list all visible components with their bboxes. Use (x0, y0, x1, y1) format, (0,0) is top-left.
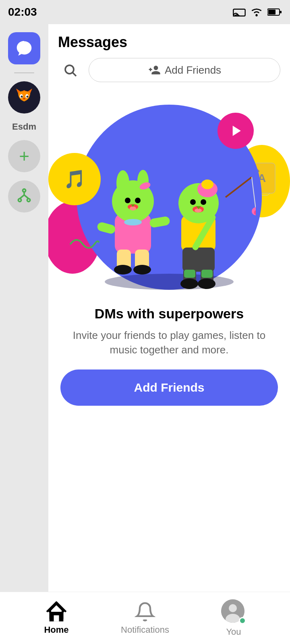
svg-point-49 (198, 279, 215, 289)
fox-icon (12, 85, 36, 109)
status-icons (233, 7, 282, 17)
svg-point-41 (190, 199, 196, 205)
promo-description: Invite your friends to play games, liste… (60, 328, 278, 357)
online-status-dot (239, 617, 246, 624)
squiggle-decoration (68, 234, 101, 258)
music-decoration: 🎵 (48, 153, 101, 205)
add-friends-top-label: Add Friends (165, 64, 221, 76)
illustration-area: 🎵 (48, 89, 290, 298)
play-decoration (218, 113, 254, 149)
svg-line-19 (73, 73, 76, 76)
sidebar-divider (14, 72, 34, 73)
status-time: 02:03 (8, 6, 37, 19)
svg-line-53 (226, 177, 252, 197)
avatar-container (221, 599, 246, 624)
svg-point-27 (135, 198, 141, 203)
messages-title: Messages (58, 34, 280, 51)
main-content: Messages Add Friends 🎵 (48, 24, 290, 592)
svg-point-23 (116, 170, 129, 196)
svg-point-11 (23, 98, 25, 99)
svg-line-54 (252, 177, 256, 209)
sidebar-item-esdm-app[interactable] (8, 81, 40, 114)
svg-rect-36 (149, 216, 170, 228)
svg-point-33 (114, 265, 132, 275)
nav-item-home[interactable]: Home (32, 601, 81, 635)
svg-point-17 (27, 199, 30, 202)
add-friends-top-button[interactable]: Add Friends (89, 58, 280, 82)
sidebar: Esdm + (0, 24, 48, 592)
tree-icon (15, 188, 33, 205)
svg-point-30 (124, 219, 142, 225)
bell-icon (135, 601, 155, 622)
add-friends-main-button[interactable]: Add Friends (60, 369, 278, 406)
svg-rect-50 (184, 270, 195, 278)
nav-notifications-label: Notifications (121, 625, 169, 635)
cast-icon (233, 8, 246, 17)
nav-you-label: You (226, 627, 241, 637)
svg-point-65 (229, 604, 237, 612)
svg-point-34 (133, 265, 151, 275)
battery-icon (267, 8, 282, 16)
svg-marker-57 (233, 126, 241, 136)
messages-header: Messages Add Friends (48, 24, 290, 89)
search-row: Add Friends (58, 58, 280, 82)
bottom-nav: Home Notifications You (0, 592, 290, 644)
nav-home-label: Home (44, 625, 68, 635)
svg-point-16 (18, 199, 21, 202)
search-button[interactable] (58, 58, 82, 82)
characters-illustration (83, 125, 256, 290)
svg-point-42 (201, 199, 206, 205)
promo-title: DMs with superpowers (60, 306, 278, 322)
person-add-icon (148, 64, 161, 76)
svg-point-29 (130, 206, 136, 211)
wifi-icon (250, 7, 263, 17)
svg-point-9 (21, 96, 23, 98)
sidebar-esdm-label: Esdm (12, 122, 36, 132)
svg-point-2 (255, 14, 257, 16)
sidebar-add-server[interactable]: + (8, 140, 40, 172)
svg-rect-51 (201, 270, 213, 278)
chat-icon (15, 39, 33, 57)
nav-item-notifications[interactable]: Notifications (121, 601, 169, 635)
nav-item-you[interactable]: You (209, 599, 258, 637)
svg-point-18 (65, 65, 74, 74)
home-icon (46, 601, 67, 622)
svg-point-48 (180, 279, 198, 289)
svg-point-12 (23, 189, 25, 192)
svg-rect-4 (268, 10, 276, 14)
search-icon (63, 63, 77, 77)
promo-section: DMs with superpowers Invite your friends… (48, 298, 290, 418)
svg-point-10 (27, 96, 29, 98)
svg-point-40 (201, 180, 213, 189)
svg-rect-63 (54, 615, 59, 621)
svg-point-44 (195, 208, 202, 213)
status-bar: 02:03 (0, 0, 290, 24)
svg-rect-35 (96, 221, 116, 235)
svg-rect-5 (280, 11, 282, 13)
plus-icon: + (19, 147, 29, 165)
sidebar-explore[interactable] (8, 180, 40, 213)
sidebar-item-messages[interactable] (8, 32, 40, 64)
